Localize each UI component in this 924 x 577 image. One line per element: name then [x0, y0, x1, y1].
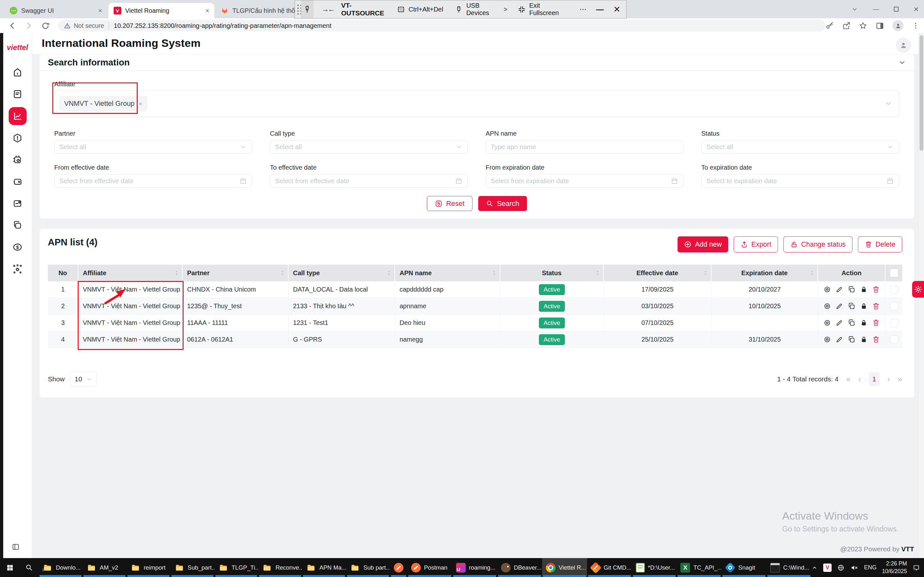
taskbar-item-git-cmd[interactable]: Git CMD... — [587, 558, 632, 577]
edit-icon[interactable] — [835, 319, 843, 327]
ctrl-alt-del-button[interactable]: Ctrl+Alt+Del — [397, 5, 443, 13]
start-button[interactable] — [0, 558, 20, 577]
table-row[interactable]: 2 VNMVT - Việt Nam - Viettel Group 1235@… — [48, 298, 902, 314]
status-select[interactable]: Select all — [701, 140, 899, 154]
forward-icon[interactable] — [24, 21, 33, 30]
user-avatar[interactable] — [896, 38, 911, 53]
sidebar-item-rating-active[interactable] — [9, 107, 27, 125]
apn-name-input[interactable] — [486, 140, 683, 154]
copy-icon[interactable] — [848, 302, 856, 310]
bookmark-star-icon[interactable] — [859, 21, 867, 30]
taskbar-item-apn-ma[interactable]: APN Ma... — [302, 558, 346, 577]
header-effective-date[interactable]: Effective date — [604, 264, 712, 281]
page-number-current[interactable]: 1 — [869, 372, 880, 386]
page-size-select[interactable]: 10 — [70, 372, 97, 387]
sort-icon[interactable] — [703, 271, 708, 276]
document-icon[interactable] — [12, 89, 23, 100]
lock-icon[interactable] — [860, 335, 868, 343]
notification-center-icon[interactable] — [913, 564, 920, 572]
from-expiration-date-picker[interactable]: Select from expiration date — [486, 174, 683, 188]
share-icon[interactable] — [842, 21, 851, 30]
taskbar-item-reconve[interactable]: Reconve... — [258, 558, 302, 577]
toolbar-minimize-button[interactable]: — — [596, 5, 604, 14]
view-icon[interactable] — [823, 319, 831, 327]
network-settings-icon[interactable] — [12, 264, 23, 274]
taskbar-item-cmd[interactable]: C:\Wind... — [766, 558, 811, 577]
back-icon[interactable] — [8, 21, 17, 30]
sort-icon[interactable] — [280, 271, 285, 276]
tray-chevron-up-icon[interactable] — [811, 564, 818, 571]
search-button[interactable]: Search — [478, 196, 527, 211]
language-indicator[interactable]: ENG — [864, 564, 877, 571]
table-row[interactable]: 4 VNMVT - Việt Nam - Viettel Group 0612A… — [48, 331, 902, 348]
chip-settings-icon[interactable] — [12, 155, 23, 165]
taskbar-item-intellij[interactable]: IJ roaming... — [452, 558, 497, 577]
taskbar-item-sub-part[interactable]: Sub_part... — [170, 558, 215, 577]
header-expiration-date[interactable]: Expiration date — [712, 264, 818, 281]
toolbar-close-button[interactable]: ✕ — [613, 5, 620, 15]
taskbar-item-sub-part-2[interactable]: Sub part... — [346, 558, 390, 577]
delete-row-icon[interactable] — [872, 285, 880, 293]
next-page-icon[interactable]: › — [887, 375, 890, 384]
edit-icon[interactable] — [835, 302, 843, 310]
copy-files-icon[interactable] — [12, 220, 23, 230]
taskbar-item-excel[interactable]: X TC_API_... — [677, 558, 722, 577]
taskbar-item-dbeaver[interactable]: DBeaver... — [497, 558, 542, 577]
maximize-window-button[interactable] — [894, 7, 899, 11]
taskbar-item-snagit[interactable]: Snagit — [722, 558, 766, 577]
delete-row-icon[interactable] — [872, 302, 880, 310]
card-clock-icon[interactable] — [12, 198, 23, 209]
copy-icon[interactable] — [848, 319, 856, 327]
taskbar-item-downloads[interactable]: ↓ Downlo... — [39, 558, 82, 577]
exit-fullscreen-button[interactable]: Exit Fullscreen — [518, 2, 559, 17]
header-call-type[interactable]: Call type — [289, 264, 395, 281]
reset-button[interactable]: Reset — [427, 196, 472, 211]
sort-icon[interactable] — [595, 271, 600, 276]
select-all-checkbox[interactable] — [890, 269, 898, 277]
taskbar-item-am-v2[interactable]: AM_v2 — [82, 558, 126, 577]
row-checkbox[interactable] — [890, 302, 898, 311]
tab-viettel-roaming[interactable]: V Viettel Roaming × — [108, 3, 215, 18]
remove-tag-icon[interactable]: × — [139, 100, 142, 108]
header-partner[interactable]: Partner — [183, 264, 289, 281]
from-effective-date-picker[interactable]: Select from effective date — [54, 174, 252, 188]
url-text[interactable]: 10.207.252.135:8200/roaming-app/rating/r… — [114, 22, 331, 29]
security-label[interactable]: Not secure — [74, 22, 104, 29]
lock-icon[interactable] — [860, 302, 868, 310]
taskbar-item-chrome-active[interactable]: Viettel R... — [542, 558, 587, 577]
change-status-button[interactable]: Change status — [783, 236, 853, 252]
minimize-window-button[interactable]: — — [873, 5, 879, 13]
tab-swagger-ui[interactable]: Swagger UI × — [5, 3, 107, 18]
edit-icon[interactable] — [835, 335, 843, 343]
home-icon[interactable] — [12, 67, 23, 77]
delete-button[interactable]: Delete — [858, 236, 902, 252]
call-type-select[interactable]: Select all — [270, 140, 468, 154]
tab-search-chevron-icon[interactable] — [851, 6, 858, 13]
taskbar-item-postman[interactable]: Postman — [407, 558, 452, 577]
viettel-tray-icon[interactable]: V — [823, 564, 832, 572]
table-row[interactable]: 3 VNMVT - Việt Nam - Viettel Group 11AAA… — [48, 314, 902, 331]
view-icon[interactable] — [823, 302, 831, 310]
not-secure-warning-icon[interactable] — [64, 23, 71, 29]
sort-icon[interactable] — [174, 271, 179, 276]
network-globe-icon[interactable] — [837, 564, 845, 572]
collapse-section-chevron-icon[interactable] — [898, 59, 906, 66]
browser-profile-avatar[interactable] — [893, 20, 903, 31]
sidebar-collapse-icon[interactable] — [11, 543, 20, 551]
copy-icon[interactable] — [848, 335, 856, 343]
copy-icon[interactable] — [848, 285, 856, 293]
view-icon[interactable] — [823, 285, 831, 293]
taskbar-item-postman-window[interactable] — [390, 558, 407, 577]
side-panel-icon[interactable] — [876, 21, 884, 30]
toolbar-more-button[interactable]: ⋯ — [579, 5, 587, 13]
close-tab-icon[interactable]: × — [205, 7, 209, 15]
header-affiliate[interactable]: Affiliate — [78, 264, 183, 281]
usb-devices-button[interactable]: USB Devices — [455, 2, 492, 17]
row-checkbox[interactable] — [890, 335, 898, 344]
export-button[interactable]: Export — [734, 236, 778, 252]
sort-icon[interactable] — [809, 271, 814, 276]
drag-grip-icon[interactable] — [297, 4, 301, 15]
dollar-icon[interactable] — [12, 242, 23, 252]
address-bar[interactable]: Not secure 10.207.252.135:8200/roaming-a… — [58, 20, 825, 31]
lock-icon[interactable] — [860, 319, 868, 327]
